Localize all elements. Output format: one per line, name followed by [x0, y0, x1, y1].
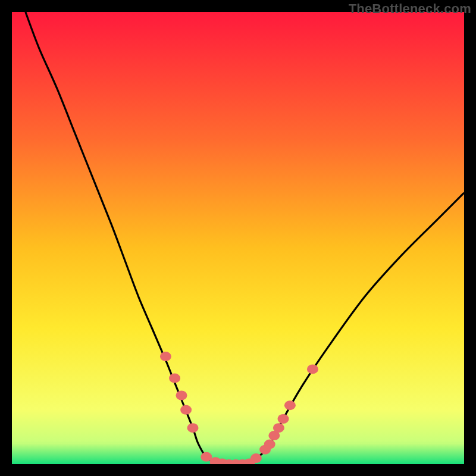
data-point [160, 352, 171, 361]
data-point [176, 390, 187, 400]
data-point [307, 364, 318, 374]
data-point [169, 374, 180, 383]
data-points [160, 352, 318, 464]
data-point [278, 414, 289, 424]
data-point [273, 423, 284, 433]
data-point [250, 453, 262, 463]
bottleneck-chart [12, 12, 464, 464]
bottleneck-curve [26, 12, 464, 464]
watermark-text: TheBottleneck.com [349, 1, 471, 17]
data-point [180, 405, 192, 415]
chart-frame [12, 12, 464, 464]
data-point [264, 440, 275, 449]
data-point [284, 400, 296, 410]
data-point [187, 423, 199, 433]
